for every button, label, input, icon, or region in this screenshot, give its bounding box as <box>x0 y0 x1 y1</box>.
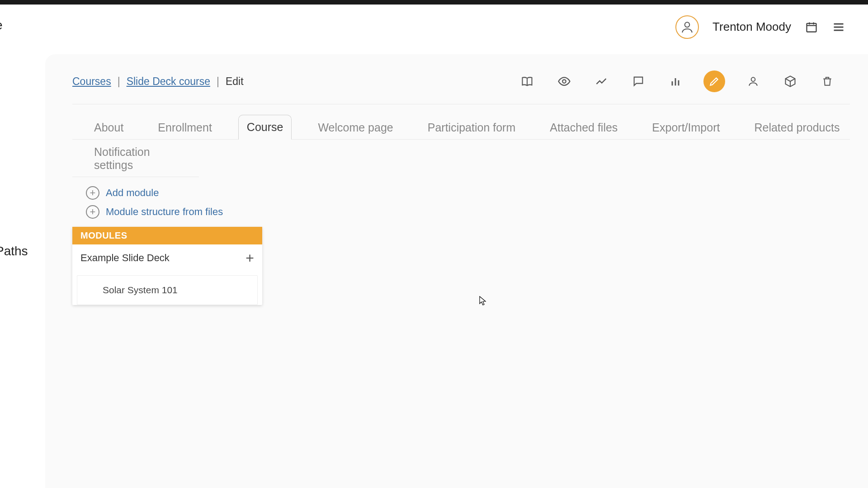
tab-export-import[interactable]: Export/Import <box>644 116 728 140</box>
hamburger-menu-icon[interactable] <box>832 20 845 34</box>
username: Trenton Moody <box>712 20 791 34</box>
tab-enrollment[interactable]: Enrollment <box>150 116 220 140</box>
edit-icon[interactable] <box>703 70 725 92</box>
leftnav-peek: e <box>0 18 3 33</box>
eye-icon[interactable] <box>555 72 573 90</box>
avatar-icon <box>680 20 694 34</box>
breadcrumb-link-courses[interactable]: Courses <box>72 75 111 88</box>
trash-icon[interactable] <box>818 72 836 90</box>
breadcrumb-sep: | <box>118 75 120 88</box>
line-chart-icon[interactable] <box>592 72 610 90</box>
tab-related-products[interactable]: Related products <box>746 116 848 140</box>
tab-participation-form[interactable]: Participation form <box>420 116 524 140</box>
modules-header: MODULES <box>72 227 262 244</box>
tabs-row: About Enrollment Course Welcome page Par… <box>72 114 850 140</box>
module-structure-from-files-button[interactable]: + Module structure from files <box>86 205 850 219</box>
module-actions: + Add module + Module structure from fil… <box>72 186 850 219</box>
breadcrumb-sep: | <box>217 75 219 88</box>
svg-point-9 <box>562 80 566 83</box>
person-icon[interactable] <box>744 72 762 90</box>
calendar-icon[interactable] <box>805 20 818 34</box>
header-row: Courses | Slide Deck course | Edit <box>72 68 850 95</box>
book-icon[interactable] <box>518 72 536 90</box>
add-module-label: Add module <box>106 187 159 199</box>
module-title: Example Slide Deck <box>80 252 170 264</box>
tab-notification-settings[interactable]: Notification settings <box>86 140 199 177</box>
svg-point-0 <box>685 22 690 27</box>
module-item[interactable]: Solar System 101 <box>77 275 258 305</box>
tab-course[interactable]: Course <box>238 115 292 140</box>
module-row[interactable]: Example Slide Deck + <box>72 244 262 275</box>
svg-rect-1 <box>807 23 816 32</box>
bar-chart-icon[interactable] <box>666 72 684 90</box>
tab-attached-files[interactable]: Attached files <box>542 116 626 140</box>
module-panel: MODULES Example Slide Deck + Solar Syste… <box>72 227 262 305</box>
tab-about[interactable]: About <box>86 116 132 140</box>
topbar: Trenton Moody <box>0 5 868 50</box>
breadcrumb-current: Edit <box>226 75 244 88</box>
plus-circle-icon: + <box>86 205 99 219</box>
add-item-icon[interactable]: + <box>245 251 254 265</box>
avatar[interactable] <box>675 15 699 39</box>
breadcrumb-link-course[interactable]: Slide Deck course <box>127 75 210 88</box>
cube-icon[interactable] <box>781 72 799 90</box>
tab-welcome-page[interactable]: Welcome page <box>310 116 401 140</box>
add-module-button[interactable]: + Add module <box>86 186 850 200</box>
divider <box>72 104 850 104</box>
plus-circle-icon: + <box>86 186 99 200</box>
content-card: Courses | Slide Deck course | Edit <box>45 54 868 488</box>
leftnav-paths[interactable]: Paths <box>0 244 28 258</box>
action-icons <box>518 70 850 92</box>
comment-icon[interactable] <box>629 72 647 90</box>
module-structure-from-files-label: Module structure from files <box>106 206 223 218</box>
tabs-row-secondary: Notification settings <box>72 140 199 177</box>
breadcrumb: Courses | Slide Deck course | Edit <box>72 75 244 88</box>
svg-point-13 <box>751 77 755 81</box>
